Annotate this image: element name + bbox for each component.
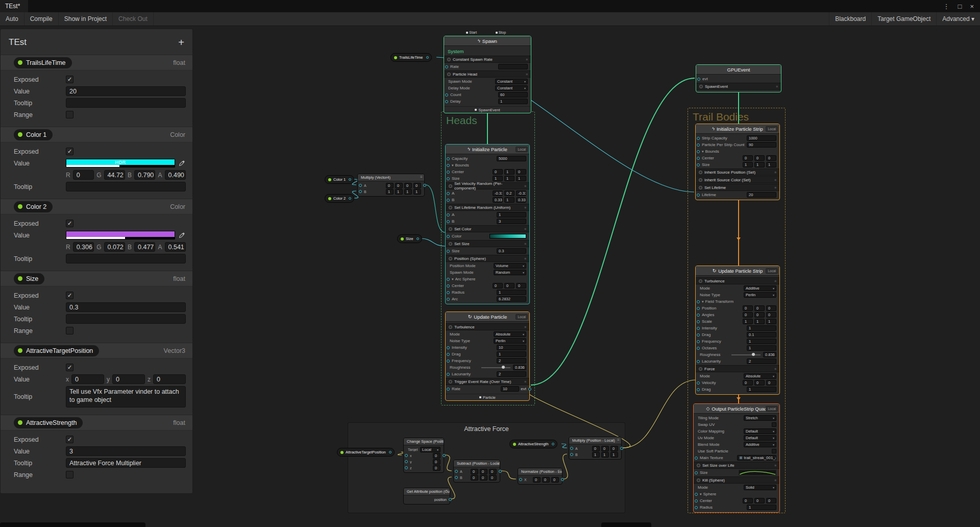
- init-particle-node[interactable]: ϟInitialize ParticleLocalCapacity5000▾Bo…: [445, 144, 530, 304]
- foldout-icon[interactable]: ▾: [702, 150, 704, 154]
- value-field[interactable]: 1: [743, 319, 753, 324]
- value-field[interactable]: 0: [433, 453, 440, 459]
- target-gameobject-button[interactable]: Target GameObject: [871, 12, 936, 26]
- parameter-pill[interactable]: Size: [14, 273, 44, 284]
- value-field[interactable]: 0: [610, 446, 618, 451]
- input-port-icon[interactable]: [697, 307, 700, 310]
- trailslifetime-header[interactable]: TrailsLifeTimefloat: [1, 55, 192, 70]
- gradient-field[interactable]: [489, 234, 527, 238]
- node-title[interactable]: ϟInitialize Particle StripLocal: [696, 124, 779, 134]
- input-port-icon[interactable]: [445, 93, 448, 97]
- normalize-node[interactable]: Normalize (Position - Local)≡X000: [518, 468, 562, 485]
- value-field[interactable]: 1: [766, 162, 776, 167]
- input-port-icon[interactable]: [697, 163, 700, 166]
- node-title[interactable]: Normalize (Position - Local)≡: [518, 468, 562, 475]
- value-field[interactable]: 1: [610, 452, 618, 458]
- color-1-header[interactable]: Color 1Color: [1, 127, 192, 142]
- value-field[interactable]: 0: [480, 475, 487, 481]
- value-field[interactable]: 1: [413, 189, 421, 195]
- value-field[interactable]: 0: [516, 169, 526, 175]
- value-field[interactable]: 6.2832: [497, 296, 526, 302]
- value-field[interactable]: 1: [386, 189, 394, 195]
- node-menu-icon[interactable]: ≡: [439, 439, 442, 443]
- value-field[interactable]: 1: [592, 452, 600, 458]
- eyedropper-icon[interactable]: [178, 159, 186, 167]
- block-header[interactable]: Constant Spawn Rate≡: [444, 56, 531, 63]
- input-port-icon[interactable]: [447, 250, 450, 253]
- input-port-icon[interactable]: [697, 194, 700, 197]
- parameter-pill[interactable]: AttractiveTargetPosition: [14, 345, 99, 356]
- value-field[interactable]: 0.2: [504, 190, 514, 196]
- block-menu-icon[interactable]: ≡: [774, 478, 776, 482]
- input-port-icon[interactable]: [697, 320, 700, 323]
- block-toggle-icon[interactable]: [699, 186, 702, 189]
- block-menu-icon[interactable]: ≡: [774, 171, 776, 174]
- size-header[interactable]: Sizefloat: [1, 271, 192, 286]
- block-menu-icon[interactable]: ≡: [524, 206, 526, 209]
- space-badge[interactable]: Local: [516, 314, 528, 320]
- output-port-icon[interactable]: [443, 454, 446, 457]
- input-port-icon[interactable]: [447, 192, 450, 195]
- slider-knob[interactable]: [752, 353, 755, 356]
- value-field[interactable]: 1: [766, 319, 776, 324]
- value-field[interactable]: 0: [754, 380, 765, 386]
- text-input[interactable]: [66, 98, 186, 108]
- vector-input[interactable]: 0: [71, 374, 104, 384]
- slider-knob[interactable]: [502, 366, 505, 369]
- color-1-parameter-node[interactable]: Color 1: [325, 175, 354, 184]
- value-field[interactable]: 0: [551, 477, 559, 483]
- text-input[interactable]: [66, 314, 186, 324]
- change-space-node[interactable]: Change Space (Position)≡Target SpaceLoca…: [403, 438, 444, 473]
- input-port-icon[interactable]: [455, 476, 458, 479]
- color-2-header[interactable]: Color 2Color: [1, 199, 192, 214]
- value-field[interactable]: 1: [504, 169, 514, 175]
- block-header[interactable]: SpawnEvent≡: [696, 83, 781, 90]
- parameter-pill[interactable]: Color 2: [14, 201, 53, 212]
- value-field[interactable]: 0: [516, 283, 526, 289]
- input-port-icon[interactable]: [697, 340, 700, 343]
- value-field[interactable]: 2: [497, 371, 526, 377]
- value-field[interactable]: 0: [766, 380, 776, 386]
- block-header[interactable]: Turbulence≡: [696, 277, 779, 284]
- value-field[interactable]: 1: [747, 325, 776, 331]
- value-field[interactable]: 3: [497, 219, 526, 224]
- value-field[interactable]: 1: [504, 197, 514, 203]
- node-menu-icon[interactable]: ≡: [558, 469, 560, 473]
- dropdown[interactable]: Additive▾: [744, 285, 776, 291]
- input-port-icon[interactable]: [570, 453, 573, 456]
- dropdown[interactable]: Volume▾: [494, 263, 526, 269]
- input-port-icon[interactable]: [695, 471, 698, 474]
- value-field[interactable]: 0: [433, 459, 440, 465]
- space-badge[interactable]: Local: [766, 406, 778, 412]
- channel-input[interactable]: 0.541: [165, 242, 186, 252]
- block-menu-icon[interactable]: ≡: [524, 380, 526, 384]
- flow-input-port[interactable]: Stop: [496, 31, 506, 34]
- multiply-color-node[interactable]: Multiply (Vector4)≡A0000B1111: [357, 174, 425, 197]
- block-header[interactable]: Set Velocity Random (Per-component)≡: [446, 182, 529, 189]
- node-menu-icon[interactable]: ≡: [446, 489, 448, 493]
- checkbox[interactable]: ✓: [66, 436, 74, 443]
- input-port-icon[interactable]: [697, 137, 700, 140]
- input-port-icon[interactable]: [697, 157, 700, 160]
- output-port-icon[interactable]: [426, 56, 429, 59]
- input-port-icon[interactable]: [405, 460, 408, 463]
- node-title[interactable]: ϟInitialize ParticleLocal: [446, 145, 529, 154]
- value-field[interactable]: 1: [497, 212, 526, 218]
- checkbox[interactable]: [772, 422, 776, 427]
- color-swatch[interactable]: HDR: [66, 159, 175, 167]
- value-field[interactable]: 20: [747, 192, 776, 198]
- value-field[interactable]: 0.836: [763, 352, 776, 357]
- block-header[interactable]: Position (Sphere)≡: [446, 255, 529, 262]
- curve-field[interactable]: [739, 470, 777, 475]
- parameter-pill[interactable]: AttractiveStrength: [14, 417, 83, 428]
- value-field[interactable]: 0: [533, 477, 541, 483]
- foldout-icon[interactable]: ▾: [452, 163, 454, 167]
- block-toggle-icon[interactable]: [449, 325, 452, 329]
- scrollbar-segment[interactable]: [601, 522, 651, 527]
- checkbox[interactable]: ✓: [66, 76, 74, 83]
- block-header[interactable]: Set Lifetime Random (Uniform)≡: [446, 204, 529, 211]
- block-toggle-icon[interactable]: [699, 367, 702, 371]
- value-field[interactable]: 0.333: [493, 197, 503, 203]
- value-field[interactable]: 1: [497, 290, 526, 295]
- channel-input[interactable]: 0.072: [104, 242, 125, 252]
